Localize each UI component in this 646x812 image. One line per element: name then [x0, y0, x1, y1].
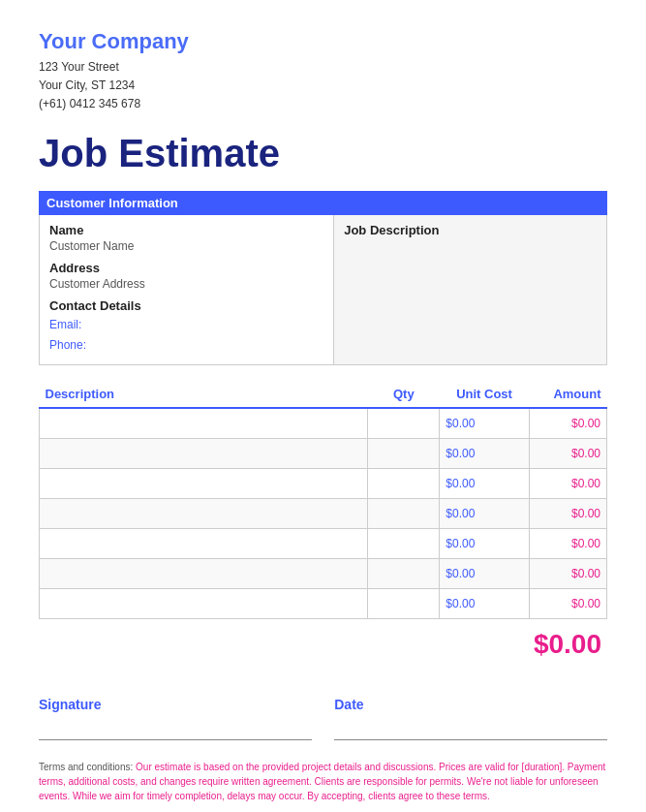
row-qty	[368, 528, 440, 558]
table-row: $0.00$0.00	[40, 558, 607, 588]
customer-info-header: Customer Information	[39, 191, 607, 215]
customer-column: Name Customer Name Address Customer Addr…	[40, 215, 334, 364]
row-description	[40, 408, 368, 439]
row-unit-cost: $0.00	[440, 498, 530, 528]
items-table: Description Qty Unit Cost Amount $0.00$0…	[39, 381, 607, 619]
header-amount: Amount	[529, 381, 606, 408]
contact-label: Contact Details	[49, 298, 323, 313]
row-qty	[368, 558, 440, 588]
header-description: Description	[40, 381, 368, 408]
row-description	[40, 438, 368, 468]
row-qty	[368, 408, 440, 439]
email-row: Email:	[49, 315, 323, 336]
address-label: Address	[49, 261, 323, 275]
row-amount: $0.00	[529, 558, 606, 588]
total-amount: $0.00	[39, 629, 607, 660]
table-row: $0.00$0.00	[40, 408, 607, 439]
row-unit-cost: $0.00	[440, 468, 530, 498]
phone-row: Phone:	[49, 335, 323, 357]
date-line	[334, 739, 607, 740]
row-description	[40, 558, 368, 588]
date-label: Date	[334, 697, 607, 712]
header-qty: Qty	[368, 381, 440, 408]
customer-name-value: Customer Name	[49, 239, 323, 253]
signature-label: Signature	[39, 697, 312, 712]
company-name: Your Company	[39, 29, 607, 54]
table-row: $0.00$0.00	[40, 468, 607, 498]
company-street: 123 Your Street	[39, 58, 607, 77]
row-unit-cost: $0.00	[440, 588, 530, 618]
header-unit-cost: Unit Cost	[440, 381, 530, 408]
row-description	[40, 498, 368, 528]
row-description	[40, 528, 368, 558]
row-amount: $0.00	[529, 438, 606, 468]
row-description	[40, 468, 368, 498]
company-city: Your City, ST 1234	[39, 77, 607, 95]
table-row: $0.00$0.00	[40, 588, 607, 618]
job-column: Job Description	[334, 215, 606, 364]
job-description-value	[344, 239, 597, 317]
row-unit-cost: $0.00	[440, 558, 530, 588]
signature-line	[39, 739, 312, 740]
company-phone: (+61) 0412 345 678	[39, 95, 607, 113]
signature-block: Signature	[39, 697, 312, 740]
row-unit-cost: $0.00	[440, 438, 530, 468]
row-qty	[368, 468, 440, 498]
row-qty	[368, 438, 440, 468]
row-amount: $0.00	[529, 408, 606, 439]
terms-section: Terms and conditions: Our estimate is ba…	[39, 760, 607, 803]
row-description	[40, 588, 368, 618]
row-qty	[368, 498, 440, 528]
signature-section: Signature Date	[39, 689, 607, 740]
row-amount: $0.00	[529, 588, 606, 618]
table-row: $0.00$0.00	[40, 438, 607, 468]
job-description-label: Job Description	[344, 223, 597, 237]
row-amount: $0.00	[529, 498, 606, 528]
document-title: Job Estimate	[39, 132, 607, 175]
phone-label: Phone:	[49, 338, 86, 352]
name-label: Name	[49, 223, 323, 237]
terms-prefix: Terms and conditions:	[39, 762, 136, 772]
row-unit-cost: $0.00	[440, 528, 530, 558]
table-row: $0.00$0.00	[40, 498, 607, 528]
row-amount: $0.00	[529, 468, 606, 498]
customer-job-section: Name Customer Name Address Customer Addr…	[39, 215, 607, 365]
row-amount: $0.00	[529, 528, 606, 558]
email-label: Email:	[49, 318, 81, 331]
customer-address-value: Customer Address	[49, 277, 323, 291]
row-qty	[368, 588, 440, 618]
row-unit-cost: $0.00	[440, 408, 530, 439]
date-block: Date	[334, 697, 607, 740]
table-row: $0.00$0.00	[40, 528, 607, 558]
